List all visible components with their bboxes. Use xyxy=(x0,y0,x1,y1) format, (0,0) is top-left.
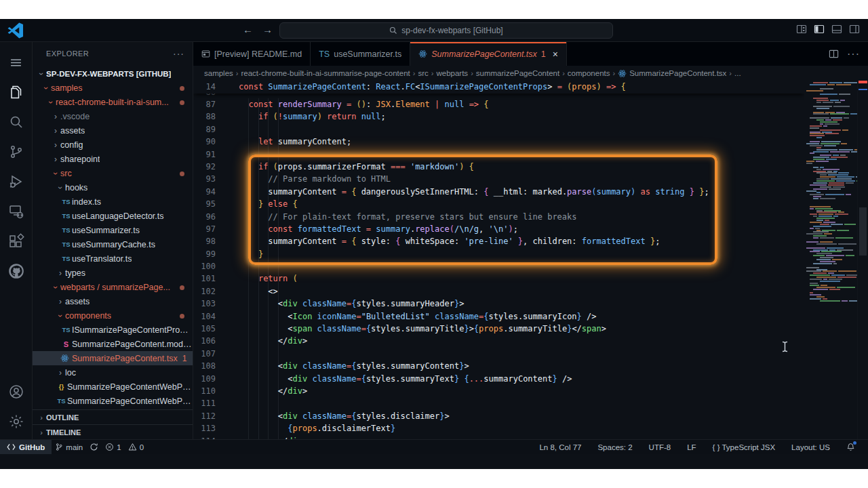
line-number[interactable]: 107 xyxy=(193,348,227,360)
tree-item-samples[interactable]: ›samples xyxy=(33,81,193,95)
toggle-panel-icon[interactable] xyxy=(831,24,842,35)
tree-item-summarizepagecontent-tsx[interactable]: SummarizePageContent.tsx1 xyxy=(33,351,193,365)
breadcrumb-item-[interactable]: ... xyxy=(734,69,741,77)
code-line-14[interactable]: 14const SummarizePageContent: React.FC<I… xyxy=(193,81,804,94)
breadcrumb-item-webparts[interactable]: webparts xyxy=(436,69,468,77)
code-line-109[interactable]: 109 <div className={styles.summaryText} … xyxy=(193,373,804,385)
code-line-97[interactable]: 97 const formattedText = summary.replace… xyxy=(193,223,804,235)
tree-item-config[interactable]: ›config xyxy=(33,138,193,152)
line-number[interactable]: 14 xyxy=(193,81,227,94)
editor-scrollbar[interactable] xyxy=(857,81,868,439)
settings-gear-icon[interactable] xyxy=(0,407,33,436)
line-number[interactable]: 111 xyxy=(193,397,227,409)
tree-item-vscode[interactable]: ›.vscode xyxy=(33,109,193,123)
tree-item-uselanguagedetector-ts[interactable]: TSuseLanguageDetector.ts xyxy=(33,209,193,223)
code-line-87[interactable]: 87 const renderSummary = (): JSX.Element… xyxy=(193,98,804,110)
nav-forward-icon[interactable]: → xyxy=(262,24,273,35)
close-icon[interactable]: × xyxy=(553,49,558,60)
code-line-98[interactable]: 98 summaryContent = { style: { whiteSpac… xyxy=(193,235,804,247)
status-main[interactable]: main xyxy=(52,440,86,454)
tree-item-summarizepagecontent-modu[interactable]: SSummarizePageContent.modu... xyxy=(33,337,193,351)
tree-item-types[interactable]: ›types xyxy=(33,266,193,280)
tree-item-usetranslator-ts[interactable]: TSuseTranslator.ts xyxy=(33,251,193,266)
status-ln-8-col-77[interactable]: Ln 8, Col 77 xyxy=(536,440,585,454)
code-line-95[interactable]: 95 } else { xyxy=(193,198,804,210)
code-line-111[interactable]: 111 xyxy=(193,397,804,409)
breadcrumb-item-samples[interactable]: samples xyxy=(204,69,233,77)
status-spaces-2[interactable]: Spaces: 2 xyxy=(594,440,635,454)
code-line-93[interactable]: 93 // Parse markdown to HTML xyxy=(193,173,804,185)
code-line-104[interactable]: 104 <Icon iconName="BulletedList" classN… xyxy=(193,310,804,323)
code-line-105[interactable]: 105 <span className={styles.summaryTitle… xyxy=(193,323,804,335)
tab-usesummarizer-ts[interactable]: TSuseSummarizer.ts xyxy=(311,42,410,66)
line-number[interactable]: 96 xyxy=(193,211,227,223)
tree-item-summarizepagecontentwebpar[interactable]: TSSummarizePageContentWebPar... xyxy=(33,394,193,408)
tree-item-usesummarycache-ts[interactable]: TSuseSummaryCache.ts xyxy=(33,237,193,251)
tree-item-src[interactable]: ›src xyxy=(33,166,193,180)
breadcrumb-item-src[interactable]: src xyxy=(418,69,428,77)
line-number[interactable]: 97 xyxy=(193,223,227,235)
tab-summarizepagecontent-tsx[interactable]: SummarizePageContent.tsx1× xyxy=(410,42,567,66)
code-line-86[interactable]: 86 xyxy=(193,94,804,98)
status-0[interactable]: 0 xyxy=(125,440,147,454)
toggle-primary-sidebar-icon[interactable] xyxy=(814,24,825,35)
toggle-secondary-sidebar-icon[interactable] xyxy=(849,24,860,35)
tree-item-index-ts[interactable]: TSindex.ts xyxy=(33,195,193,209)
line-number[interactable]: 100 xyxy=(193,260,227,272)
code-line-90[interactable]: 90 let summaryContent; xyxy=(193,136,804,148)
code-line-107[interactable]: 107 xyxy=(193,348,804,360)
tree-item-assets[interactable]: ›assets xyxy=(33,123,193,138)
line-number[interactable]: 92 xyxy=(193,161,227,173)
scrollbar-thumb[interactable] xyxy=(859,207,867,256)
code-line-112[interactable]: 112 <div className={styles.disclaimer}> xyxy=(193,410,804,422)
line-number[interactable]: 102 xyxy=(193,285,227,298)
code-line-92[interactable]: 92 if (props.summarizerFormat === 'markd… xyxy=(193,161,804,173)
command-center-search[interactable]: sp-dev-fx-webparts [GitHub] xyxy=(279,22,613,39)
code-line-113[interactable]: 113 {props.disclaimerText} xyxy=(193,422,804,434)
breadcrumb-item-summarizepagecontent-tsx[interactable]: SummarizePageContent.tsx xyxy=(618,69,726,78)
status-github[interactable]: GitHub xyxy=(0,440,52,454)
accounts-icon[interactable] xyxy=(0,377,33,407)
line-number[interactable]: 93 xyxy=(193,173,227,185)
code-line-102[interactable]: 102 <> xyxy=(193,285,804,298)
code-line-99[interactable]: 99 } xyxy=(193,248,804,260)
code-line-110[interactable]: 110 </div> xyxy=(193,385,804,397)
breadcrumb-item-react-chrome-built-in-ai-summarise-page-[interactable]: react-chrome-built-in-ai-summarise-page-… xyxy=(241,69,410,77)
line-number[interactable]: 86 xyxy=(193,94,227,98)
tree-item-assets[interactable]: ›assets xyxy=(33,294,193,308)
line-number[interactable]: 89 xyxy=(193,123,227,136)
tab-preview-readme-md[interactable]: [Preview] README.md xyxy=(193,42,311,66)
tree-item-usesummarizer-ts[interactable]: TSuseSummarizer.ts xyxy=(33,223,193,237)
code-line-103[interactable]: 103 <div className={styles.summaryHeader… xyxy=(193,298,804,310)
breadcrumb-item-summarizepagecontent[interactable]: summarizePageContent xyxy=(476,69,559,77)
line-number[interactable]: 91 xyxy=(193,148,227,161)
line-number[interactable]: 112 xyxy=(193,410,227,422)
line-number[interactable]: 94 xyxy=(193,186,227,198)
tree-item-isummarizepagecontentprops[interactable]: TSISummarizePageContentProps... xyxy=(33,323,193,337)
status-layout-us[interactable]: Layout: US xyxy=(788,440,833,454)
split-editor-icon[interactable] xyxy=(829,49,839,59)
status-bell-icon[interactable] xyxy=(843,440,859,454)
line-number[interactable]: 113 xyxy=(193,422,227,434)
line-number[interactable]: 104 xyxy=(193,310,227,323)
source-control-icon[interactable] xyxy=(0,137,33,167)
status-1[interactable]: 1 xyxy=(102,440,124,454)
status-lf[interactable]: LF xyxy=(684,440,699,454)
status-typescript-jsx[interactable]: { } TypeScript JSX xyxy=(709,440,778,454)
line-number[interactable]: 88 xyxy=(193,110,227,123)
line-number[interactable]: 114 xyxy=(193,435,227,439)
tree-item-loc[interactable]: ›loc xyxy=(33,365,193,380)
minimap[interactable] xyxy=(804,81,857,439)
extensions-icon[interactable] xyxy=(0,226,33,256)
tree-item-react-chrome-built-in-ai-sum[interactable]: ›react-chrome-built-in-ai-sum... xyxy=(33,95,193,109)
code-line-89[interactable]: 89 xyxy=(193,123,804,136)
nav-back-icon[interactable]: ← xyxy=(243,24,253,35)
code-line-88[interactable]: 88 if (!summary) return null; xyxy=(193,110,804,123)
line-number[interactable]: 95 xyxy=(193,198,227,210)
tree-item-hooks[interactable]: ›hooks xyxy=(33,180,193,195)
line-number[interactable]: 105 xyxy=(193,323,227,335)
status-utf-8[interactable]: UTF-8 xyxy=(646,440,675,454)
code-line-96[interactable]: 96 // For plain-text format, preserve st… xyxy=(193,211,804,223)
tree-item-webparts-summarizepage[interactable]: ›webparts / summarizePage... xyxy=(33,280,193,294)
customize-layout-icon[interactable] xyxy=(796,24,807,35)
